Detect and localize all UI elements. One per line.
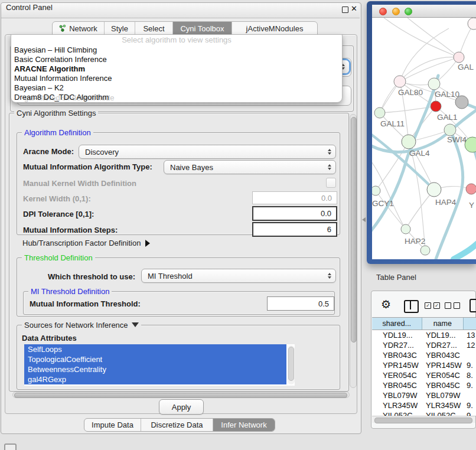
algorithm-dropdown-popup: Select algorithm to view settings gal-fi…: [11, 34, 343, 103]
node-label: GAL80: [398, 88, 423, 97]
aracne-mode-value: Discovery: [85, 148, 119, 156]
network-window-titlebar[interactable]: [372, 5, 476, 18]
node-gal11[interactable]: [374, 107, 385, 118]
node-gcy1[interactable]: [372, 186, 380, 195]
close-traffic-light[interactable]: [379, 8, 387, 15]
gear-icon[interactable]: ⚙: [381, 298, 391, 311]
list-item[interactable]: TopologicalCoefficient: [24, 354, 286, 364]
list-scrollbar[interactable]: [288, 345, 295, 384]
node-label: SWI4: [447, 135, 467, 144]
network-window: GAL GAL80 GAL10 GAL1 GAL11 GAL4 SWI4 GCY…: [372, 5, 476, 259]
docked-panel-icon[interactable]: [4, 444, 17, 450]
settings-horizontal-scrollbar-thumb[interactable]: [14, 393, 347, 398]
table-horizontal-scrollbar-thumb[interactable]: [374, 418, 472, 423]
which-threshold-combo[interactable]: MI Threshold: [141, 269, 336, 283]
table-row[interactable]: YDR27...YDR27...12: [372, 340, 476, 350]
mi-threshold-field[interactable]: 0.5: [267, 296, 334, 311]
sources-title[interactable]: Sources for Network Inference: [22, 321, 141, 330]
tab-jactivemnodules-label: jActiveMNodules: [246, 24, 304, 33]
popup-placeholder: Select algorithm to view settings: [11, 35, 342, 45]
tab-style[interactable]: Style: [105, 22, 135, 35]
dpi-tolerance-label: DPI Tolerance [0,1]:: [23, 210, 94, 219]
menu-item[interactable]: Dream8 DC_TDC Algorithm: [11, 93, 342, 102]
node-gal10[interactable]: [428, 78, 440, 90]
column-header-name[interactable]: name: [422, 318, 464, 330]
tab-discretize-data[interactable]: Discretize Data: [141, 419, 213, 431]
deselect-all-columns-icon[interactable]: [445, 302, 460, 309]
tab-network[interactable]: Network: [53, 22, 105, 35]
table-function-icon[interactable]: [470, 299, 476, 312]
table-body[interactable]: YDL19...YDL19...13 YDR27...YDR27...12 YB…: [372, 330, 476, 416]
aracne-mode-combo[interactable]: Discovery: [79, 145, 336, 159]
table-horizontal-scrollbar[interactable]: [372, 416, 475, 423]
mi-threshold-definition-group: MI Threshold Definition Mutual Informati…: [23, 291, 335, 315]
tab-cyni-toolbox-label: Cyni Toolbox: [180, 24, 224, 33]
hub-definition-toggle[interactable]: Hub/Transcription Factor Definition: [22, 239, 150, 248]
list-item[interactable]: BetweennessCentrality: [24, 364, 286, 374]
mi-threshold-label: Mutual Information Threshold:: [30, 299, 141, 309]
algorithm-definition-group: Algorithm Definition Aracne Mode: Discov…: [17, 132, 340, 235]
which-threshold-label: Which threshold to use:: [48, 272, 135, 282]
mi-steps-field[interactable]: 6: [252, 222, 337, 237]
menu-item[interactable]: Mutual Information Inference: [11, 74, 342, 83]
manual-kernel-checkbox[interactable]: [326, 178, 336, 188]
network-canvas[interactable]: GAL GAL80 GAL10 GAL1 GAL11 GAL4 SWI4 GCY…: [372, 18, 476, 259]
table-row[interactable]: YDL19...YDL19...13: [372, 330, 476, 340]
node[interactable]: [454, 52, 464, 63]
apply-button[interactable]: Apply: [159, 399, 204, 415]
expand-right-icon: [145, 240, 150, 247]
float-window-icon[interactable]: [342, 6, 348, 13]
menu-item[interactable]: Basic Correlation Inference: [11, 55, 342, 64]
list-item[interactable]: gal4RGexp: [24, 374, 286, 384]
table-row[interactable]: YLR345WYLR345W9.: [372, 400, 476, 410]
node-gal1-red[interactable]: [431, 101, 441, 112]
column-header-shared-name[interactable]: shared...: [372, 318, 422, 330]
mi-type-combo[interactable]: Naive Bayes: [164, 160, 336, 174]
sources-group: Sources for Network Inference Data Attri…: [17, 325, 340, 390]
panel-splitter-handle[interactable]: [362, 217, 366, 222]
node[interactable]: [468, 18, 476, 30]
menu-item[interactable]: Bayesian – K2: [11, 83, 342, 93]
node-salmon[interactable]: [466, 184, 476, 194]
tab-select[interactable]: Select: [135, 22, 173, 35]
mi-steps-label: Mutual Information Steps:: [23, 226, 118, 235]
table-row[interactable]: YBL079WYBL079W: [372, 390, 476, 400]
dpi-tolerance-field[interactable]: 0.0: [252, 206, 337, 221]
zoom-traffic-light[interactable]: [405, 8, 412, 15]
minimize-traffic-light[interactable]: [392, 8, 400, 15]
table-row[interactable]: YIL052CYIL052C9: [372, 410, 476, 416]
kernel-width-label: Kernel Width (0,1):: [23, 194, 91, 204]
close-icon[interactable]: ✕: [351, 4, 357, 13]
tab-jactivemnodules[interactable]: jActiveMNodules: [232, 22, 317, 35]
list-scrollbar-thumb[interactable]: [288, 347, 294, 381]
node[interactable]: [420, 246, 430, 255]
bottom-tab-bar: Impute Data Discretize Data Infer Networ…: [84, 418, 275, 432]
settings-vertical-scrollbar-thumb[interactable]: [351, 117, 357, 343]
table-row[interactable]: YBR043CYBR043C: [372, 350, 476, 360]
node-label: HAP4: [435, 198, 457, 207]
node-hap2[interactable]: [401, 224, 410, 234]
node-gal4[interactable]: [402, 135, 416, 149]
data-attributes-label: Data Attributes: [22, 334, 77, 343]
node-swi4[interactable]: [444, 124, 456, 136]
kernel-width-field[interactable]: 0.0: [252, 191, 337, 204]
list-item[interactable]: SelfLoops: [24, 344, 286, 354]
data-attributes-list[interactable]: SelfLoops TopologicalCoefficient Between…: [24, 344, 295, 386]
tab-infer-network[interactable]: Infer Network: [213, 419, 275, 431]
menu-item-highlighted[interactable]: ARACNE Algorithm: [11, 64, 342, 74]
settings-horizontal-scrollbar[interactable]: [12, 392, 350, 398]
node-hap4[interactable]: [427, 182, 441, 197]
mi-type-value: Naive Bayes: [170, 163, 213, 172]
settings-vertical-scrollbar[interactable]: [350, 114, 357, 388]
table-row[interactable]: YBR045CYBR045C9.: [372, 380, 476, 390]
tab-cyni-toolbox[interactable]: Cyni Toolbox: [173, 22, 232, 35]
columns-icon[interactable]: [404, 300, 419, 313]
mi-steps-value: 6: [327, 225, 331, 234]
table-row[interactable]: YER054CYER054C8.: [372, 370, 476, 380]
menu-item[interactable]: Bayesian – Hill Climbing: [11, 45, 342, 55]
column-header-partial[interactable]: [464, 318, 476, 330]
table-row[interactable]: YPR145WYPR145W9.: [372, 360, 476, 370]
node-gal80[interactable]: [394, 76, 406, 87]
select-all-columns-icon[interactable]: ✓✓: [425, 302, 440, 309]
tab-impute-data[interactable]: Impute Data: [84, 419, 141, 431]
